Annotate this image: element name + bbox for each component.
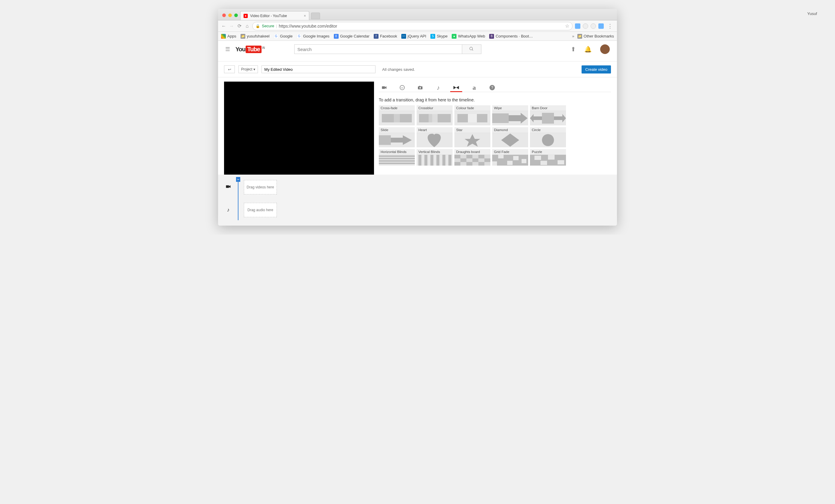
svg-rect-47 bbox=[454, 162, 461, 166]
chrome-menu-icon[interactable]: ⋮ bbox=[606, 23, 614, 29]
extension-icon[interactable] bbox=[583, 23, 588, 29]
bookmark-item[interactable]: BComponents · Boot… bbox=[489, 34, 533, 39]
bookmark-item[interactable]: fFacebook bbox=[374, 34, 397, 39]
youtube-header: ☰ YouTubeIN ⬆ 🔔 bbox=[218, 41, 617, 58]
audio-track[interactable]: ♪ Drag audio here bbox=[224, 202, 611, 218]
extension-icon[interactable] bbox=[598, 23, 604, 29]
home-icon[interactable]: ⌂ bbox=[244, 23, 250, 29]
svg-text:cc: cc bbox=[401, 86, 403, 89]
bookmark-star-icon[interactable]: ☆ bbox=[565, 23, 569, 29]
upload-icon[interactable]: ⬆ bbox=[571, 46, 576, 53]
svg-rect-44 bbox=[461, 158, 466, 162]
browser-tab[interactable]: Video Editor - YouTube × bbox=[240, 11, 309, 20]
tab-photos-icon[interactable] bbox=[416, 83, 424, 92]
transition-label: Barn Door bbox=[530, 105, 566, 111]
youtube-logo[interactable]: YouTubeIN bbox=[236, 46, 265, 53]
transition-crossfade[interactable]: Cross-fade bbox=[379, 105, 415, 125]
bookmark-item[interactable]: 8Google Calendar bbox=[334, 34, 369, 39]
transition-star[interactable]: Star bbox=[454, 127, 490, 147]
chrome-profile-name[interactable]: Yusuf bbox=[807, 12, 817, 16]
svg-marker-10 bbox=[456, 86, 459, 89]
transitions-grid: Cross-fade Crossblur Colour fade Wipe Ba… bbox=[379, 105, 611, 166]
save-status: All changes saved. bbox=[382, 67, 415, 72]
other-bookmarks[interactable]: 📁Other Bookmarks bbox=[577, 34, 614, 39]
transition-label: Colour fade bbox=[454, 105, 490, 111]
new-tab-button[interactable] bbox=[311, 13, 320, 19]
reload-icon[interactable]: ⟳ bbox=[237, 23, 242, 29]
video-preview[interactable] bbox=[224, 82, 374, 175]
bookmark-item[interactable]: 〰jQuery API bbox=[401, 34, 426, 39]
youtube-favicon-icon bbox=[244, 14, 248, 18]
bookmarks-overflow-icon[interactable]: » bbox=[572, 34, 574, 38]
transition-label: Horizontal Blinds bbox=[379, 149, 415, 155]
bookmark-item[interactable]: GGoogle bbox=[274, 34, 293, 39]
transition-puzzle[interactable]: Puzzle bbox=[530, 149, 566, 166]
video-track-icon bbox=[224, 184, 232, 191]
search-icon bbox=[469, 46, 474, 51]
transition-slide[interactable]: Slide bbox=[379, 127, 415, 147]
bookmark-label: Skype bbox=[437, 34, 448, 38]
bookmark-label: Google Calendar bbox=[340, 34, 369, 38]
transition-hblinds[interactable]: Horizontal Blinds bbox=[379, 149, 415, 166]
maximize-window-button[interactable] bbox=[234, 14, 238, 17]
tab-help-icon[interactable]: ? bbox=[488, 83, 496, 92]
bookmark-item[interactable]: GGoogle Images bbox=[297, 34, 329, 39]
close-tab-icon[interactable]: × bbox=[304, 14, 306, 18]
search-button[interactable] bbox=[462, 44, 482, 54]
svg-line-1 bbox=[472, 49, 473, 51]
transition-colourfade[interactable]: Colour fade bbox=[454, 105, 490, 125]
account-avatar[interactable] bbox=[600, 44, 610, 54]
bookmark-item[interactable]: ●WhatsApp Web bbox=[452, 34, 485, 39]
project-title-input[interactable] bbox=[262, 65, 375, 73]
tab-cc-icon[interactable]: cc bbox=[398, 83, 406, 92]
search-input[interactable] bbox=[294, 44, 462, 54]
bookmark-item[interactable]: 📁yusufshakeel bbox=[241, 34, 270, 39]
extension-icon[interactable] bbox=[591, 23, 596, 29]
bookmark-item[interactable]: SSkype bbox=[430, 34, 448, 39]
video-dropzone[interactable]: Drag videos here bbox=[244, 180, 277, 195]
close-window-button[interactable] bbox=[222, 14, 226, 17]
transition-diamond[interactable]: Diamond bbox=[492, 127, 528, 147]
tab-transitions-icon[interactable] bbox=[452, 83, 461, 92]
transition-label: Wipe bbox=[492, 105, 528, 111]
guide-menu-icon[interactable]: ☰ bbox=[225, 46, 230, 53]
transition-barndoor[interactable]: Barn Door bbox=[530, 105, 566, 125]
playhead[interactable]: ✂ bbox=[238, 182, 239, 220]
playhead-handle-icon[interactable]: ✂ bbox=[236, 177, 240, 182]
transition-crossblur[interactable]: Crossblur bbox=[416, 105, 453, 125]
extension-icon[interactable] bbox=[575, 23, 581, 29]
transition-gridfade[interactable]: Grid Fade bbox=[492, 149, 528, 166]
transition-wipe[interactable]: Wipe bbox=[492, 105, 528, 125]
transition-label: Draughts board bbox=[454, 149, 490, 155]
apps-shortcut[interactable]: Apps bbox=[221, 34, 236, 39]
tab-titles-icon[interactable]: a bbox=[470, 83, 478, 92]
omnibox[interactable]: 🔒 Secure | https://www.youtube.com/edito… bbox=[252, 22, 573, 30]
lock-icon: 🔒 bbox=[256, 24, 260, 28]
chevron-down-icon: ▾ bbox=[253, 67, 255, 72]
video-track[interactable]: ✂ Drag videos here bbox=[224, 179, 611, 196]
minimize-window-button[interactable] bbox=[228, 14, 232, 17]
create-video-button[interactable]: Create video bbox=[582, 65, 611, 74]
transition-heart[interactable]: Heart bbox=[416, 127, 453, 147]
audio-dropzone[interactable]: Drag audio here bbox=[244, 203, 277, 217]
back-icon[interactable]: ← bbox=[221, 23, 226, 29]
project-dropdown[interactable]: Project ▾ bbox=[239, 65, 258, 73]
notifications-icon[interactable]: 🔔 bbox=[584, 46, 592, 53]
svg-rect-61 bbox=[226, 185, 229, 187]
forward-icon: → bbox=[229, 23, 234, 29]
svg-rect-17 bbox=[457, 114, 468, 122]
tab-video-icon[interactable] bbox=[380, 83, 388, 92]
browser-tab-strip: Video Editor - YouTube × bbox=[218, 9, 617, 20]
svg-rect-54 bbox=[507, 161, 513, 165]
transition-draughts[interactable]: Draughts board bbox=[454, 149, 490, 166]
bookmark-label: Google Images bbox=[303, 34, 329, 38]
svg-rect-41 bbox=[454, 155, 461, 158]
transition-vblinds[interactable]: Vertical Blinds bbox=[416, 149, 453, 166]
tab-audio-icon[interactable]: ♪ bbox=[434, 83, 442, 92]
svg-rect-18 bbox=[468, 114, 477, 122]
editor-back-button[interactable]: ↩ bbox=[224, 65, 235, 73]
bookmark-label: yusufshakeel bbox=[247, 34, 270, 38]
apps-label: Apps bbox=[227, 34, 236, 38]
transition-label: Slide bbox=[379, 127, 415, 133]
transition-circle[interactable]: Circle bbox=[530, 127, 566, 147]
